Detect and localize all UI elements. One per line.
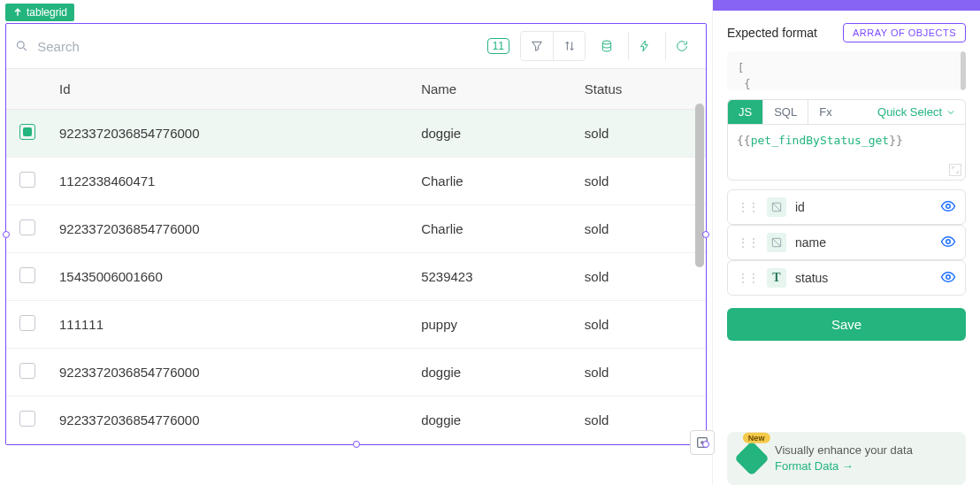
cell-name: puppy (410, 301, 574, 349)
cell-id: 9223372036854776000 (49, 205, 410, 253)
chevron-down-icon (946, 107, 956, 118)
tab-sql[interactable]: SQL (763, 100, 808, 124)
save-button[interactable]: Save (727, 308, 966, 341)
vertical-scrollbar[interactable] (695, 104, 704, 439)
svg-point-7 (946, 274, 951, 279)
resize-handle-left[interactable] (3, 231, 10, 238)
filter-button[interactable] (521, 32, 553, 60)
cell-status: sold (574, 158, 706, 205)
svg-point-6 (946, 239, 951, 243)
row-checkbox[interactable] (19, 219, 35, 235)
column-label: status (795, 271, 931, 285)
quick-select-button[interactable]: Quick Select (877, 105, 965, 119)
table-row[interactable]: 9223372036854776000 doggie sold (6, 349, 706, 396)
svg-point-4 (946, 204, 951, 208)
cell-status: sold (574, 110, 706, 158)
cell-id: 9223372036854776000 (49, 110, 410, 158)
resize-handle-bottom[interactable] (353, 441, 360, 448)
bolt-icon (638, 39, 652, 53)
resize-handle-right[interactable] (702, 231, 709, 238)
column-label: name (795, 235, 931, 250)
column-label: id (795, 200, 931, 214)
row-checkbox[interactable] (19, 315, 35, 331)
col-header-id[interactable]: Id (49, 69, 410, 110)
datasource-button[interactable] (591, 32, 623, 60)
expand-editor-icon[interactable] (949, 164, 961, 176)
visibility-toggle[interactable] (940, 234, 956, 252)
cell-status: sold (574, 301, 706, 349)
visibility-toggle[interactable] (940, 198, 956, 217)
tab-js[interactable]: JS (728, 100, 763, 124)
cell-name: doggie (410, 110, 574, 158)
bolt-button[interactable] (628, 32, 660, 60)
row-checkbox[interactable] (19, 172, 35, 188)
format-data-link[interactable]: Format Data → (775, 458, 913, 474)
widget-name: tablegrid (27, 6, 67, 19)
text-type-icon: T (767, 268, 786, 288)
property-panel: Expected format ARRAY OF OBJECTS [ { "id… (712, 0, 980, 485)
cell-name: 5239423 (410, 253, 574, 301)
cell-id: 15435006001660 (49, 253, 410, 301)
column-config-item[interactable]: ⋮⋮ id (727, 189, 966, 225)
format-preview: [ { "id": 1 (727, 51, 966, 90)
sort-icon (563, 39, 577, 53)
cell-id: 9223372036854776000 (49, 396, 410, 444)
cell-name: doggie (410, 349, 574, 396)
column-config-item[interactable]: ⋮⋮ T status (727, 260, 966, 296)
row-checkbox[interactable] (19, 267, 35, 283)
table-row[interactable]: 15435006001660 5239423 sold (6, 253, 706, 301)
database-icon (600, 39, 614, 53)
cell-name: doggie (410, 396, 574, 444)
new-badge: New (743, 433, 770, 443)
widget-tag[interactable]: tablegrid (5, 4, 74, 21)
expected-format-label: Expected format (727, 26, 817, 40)
table-row[interactable]: 111111 puppy sold (6, 301, 706, 349)
hint-text: Visually enhance your data (775, 443, 913, 458)
column-config-item[interactable]: ⋮⋮ name (727, 225, 966, 260)
filter-icon (530, 39, 544, 53)
move-up-icon (12, 7, 23, 18)
panel-accent-bar (713, 0, 980, 11)
tab-fx[interactable]: Fx (808, 100, 842, 124)
table-row[interactable]: 9223372036854776000 doggie sold (6, 396, 706, 444)
number-type-icon (767, 197, 786, 217)
cell-id: 9223372036854776000 (49, 349, 410, 396)
magic-icon: New (734, 441, 769, 476)
number-type-icon (767, 233, 786, 252)
cell-status: sold (574, 205, 706, 253)
search-input[interactable] (37, 39, 481, 54)
svg-point-1 (602, 41, 610, 44)
row-checkbox[interactable] (19, 411, 35, 427)
drag-handle-icon[interactable]: ⋮⋮ (737, 271, 758, 285)
array-of-objects-badge: ARRAY OF OBJECTS (843, 23, 966, 42)
resize-handle-br[interactable] (702, 441, 709, 448)
table-widget[interactable]: 11 Id Name Status (5, 23, 707, 445)
cell-status: sold (574, 396, 706, 444)
cell-id: 1122338460471 (49, 158, 410, 205)
cell-status: sold (574, 253, 706, 301)
row-checkbox[interactable] (19, 363, 35, 379)
format-data-hint: New Visually enhance your data Format Da… (727, 432, 966, 485)
table-row[interactable]: 1122338460471 Charlie sold (6, 158, 706, 205)
cell-id: 111111 (49, 301, 410, 349)
reload-button[interactable] (665, 32, 697, 60)
code-editor[interactable]: {{pet_findByStatus_get}} (728, 125, 965, 180)
col-header-name[interactable]: Name (410, 69, 574, 110)
drag-handle-icon[interactable]: ⋮⋮ (737, 235, 758, 250)
data-table: Id Name Status 9223372036854776000 doggi… (6, 68, 706, 444)
cell-name: Charlie (410, 205, 574, 253)
col-header-status[interactable]: Status (574, 69, 706, 110)
row-count-badge: 11 (487, 38, 509, 54)
visibility-toggle[interactable] (940, 269, 956, 288)
sort-button[interactable] (553, 32, 585, 60)
cell-name: Charlie (410, 158, 574, 205)
table-row[interactable]: 9223372036854776000 doggie sold (6, 110, 706, 158)
drag-handle-icon[interactable]: ⋮⋮ (737, 200, 758, 214)
table-row[interactable]: 9223372036854776000 Charlie sold (6, 205, 706, 253)
row-checkbox[interactable] (19, 124, 35, 140)
search-icon (15, 39, 28, 53)
svg-point-0 (18, 42, 25, 49)
cell-status: sold (574, 349, 706, 396)
reload-icon (675, 39, 689, 53)
